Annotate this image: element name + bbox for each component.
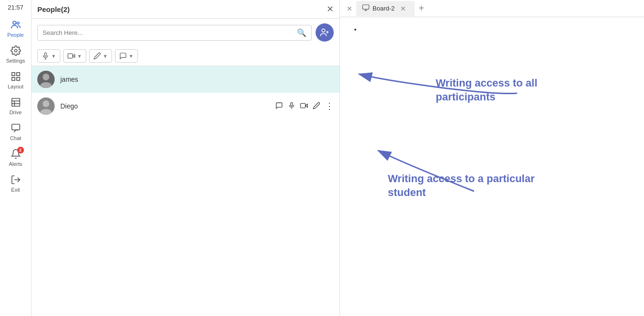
tab-add-button[interactable]: + xyxy=(416,2,427,15)
svg-rect-16 xyxy=(45,53,46,56)
svg-point-1 xyxy=(17,22,19,24)
participant-name-diego: Diego xyxy=(60,102,275,110)
sidebar-item-layout[interactable]: Layout xyxy=(0,67,31,93)
bell-icon xyxy=(11,154,21,160)
video-toolbar-button[interactable]: ▼ xyxy=(63,49,86,63)
search-input[interactable] xyxy=(43,29,294,36)
chat-action-icon[interactable] xyxy=(275,102,283,111)
sidebar-item-label: Settings xyxy=(6,58,25,64)
video-chevron-icon: ▼ xyxy=(77,54,82,59)
annotation-text-2: Writing access to a particular student xyxy=(388,172,534,199)
participant-row-diego[interactable]: Diego xyxy=(32,93,339,120)
sidebar: 21:57 People Settings xyxy=(0,0,32,316)
svg-rect-7 xyxy=(11,98,20,107)
panel-close-button[interactable]: ✕ xyxy=(327,4,334,14)
search-icon: 🔍 xyxy=(297,28,306,37)
svg-rect-5 xyxy=(11,77,14,80)
layout-icon xyxy=(11,71,21,83)
tab-bar: ✕ Board-2 ✕ + xyxy=(340,0,644,17)
search-row: 🔍 xyxy=(32,19,339,46)
participant-row-james[interactable]: james xyxy=(32,66,339,93)
people-panel: People(2) ✕ 🔍 ▼ xyxy=(32,0,340,316)
sidebar-item-label: Alerts xyxy=(9,161,22,167)
sidebar-item-label: People xyxy=(7,32,23,38)
svg-point-2 xyxy=(14,49,17,52)
tab-label-board2: Board-2 xyxy=(373,5,395,12)
tab-close-button[interactable]: ✕ xyxy=(344,4,355,13)
pen-toolbar-button[interactable]: ▼ xyxy=(89,49,112,63)
tab-board2-close[interactable]: ✕ xyxy=(397,4,409,13)
sidebar-item-label: Drive xyxy=(10,109,22,115)
people-icon xyxy=(11,20,21,31)
sidebar-time: 21:57 xyxy=(8,4,23,11)
video-action-icon[interactable] xyxy=(300,102,308,111)
pen-chevron-icon: ▼ xyxy=(103,54,108,59)
sidebar-item-chat[interactable]: Chat xyxy=(0,119,31,145)
sidebar-item-label: Chat xyxy=(10,135,21,141)
panel-title: People(2) xyxy=(37,5,70,13)
add-user-button[interactable] xyxy=(316,23,334,42)
monitor-icon xyxy=(362,4,370,13)
alerts-badge-container: 2 xyxy=(11,149,21,160)
svg-point-13 xyxy=(322,29,325,33)
svg-rect-3 xyxy=(11,73,14,76)
svg-rect-11 xyxy=(11,124,20,130)
sidebar-item-label: Exit xyxy=(11,187,20,193)
decorative-dot xyxy=(354,29,356,31)
chat-chevron-icon: ▼ xyxy=(129,54,134,59)
avatar-james xyxy=(37,71,55,88)
sidebar-item-exit[interactable]: Exit xyxy=(0,171,31,196)
mic-toolbar-button[interactable]: ▼ xyxy=(37,49,60,63)
alerts-badge: 2 xyxy=(17,147,24,153)
annotation-text-1: Writing access to all participants xyxy=(436,76,537,104)
mic-action-icon[interactable] xyxy=(288,102,295,111)
sidebar-item-drive[interactable]: Drive xyxy=(0,93,31,119)
settings-icon xyxy=(11,45,21,57)
toolbar: ▼ ▼ ▼ ▼ xyxy=(32,46,339,66)
sidebar-item-settings[interactable]: Settings xyxy=(0,42,31,67)
participant-actions-diego: ⋮ xyxy=(275,101,334,111)
exit-icon xyxy=(11,174,21,186)
svg-point-22 xyxy=(43,74,49,80)
participants-list: james Diego xyxy=(32,66,339,316)
chat-toolbar-button[interactable]: ▼ xyxy=(115,49,138,63)
svg-rect-20 xyxy=(68,54,73,58)
search-box: 🔍 xyxy=(37,25,312,41)
svg-point-25 xyxy=(43,100,49,107)
avatar-diego xyxy=(37,98,55,115)
mic-chevron-icon: ▼ xyxy=(51,54,56,59)
participant-name-james: james xyxy=(60,76,334,83)
svg-rect-6 xyxy=(16,77,19,80)
svg-marker-19 xyxy=(73,54,75,58)
svg-point-0 xyxy=(13,21,16,24)
svg-marker-29 xyxy=(305,104,308,107)
tab-board2[interactable]: Board-2 ✕ xyxy=(356,1,415,16)
main-area: ✕ Board-2 ✕ + xyxy=(340,0,644,316)
svg-rect-27 xyxy=(291,102,293,106)
more-options-icon[interactable]: ⋮ xyxy=(325,101,334,111)
svg-rect-30 xyxy=(301,103,305,108)
svg-rect-4 xyxy=(16,73,19,76)
svg-rect-31 xyxy=(362,5,369,9)
chat-icon xyxy=(11,123,21,134)
annotation-arrows xyxy=(340,0,644,316)
panel-header: People(2) ✕ xyxy=(32,0,339,19)
pen-action-icon[interactable] xyxy=(313,102,320,111)
drive-icon xyxy=(11,97,21,109)
sidebar-item-people[interactable]: People xyxy=(0,16,31,42)
sidebar-item-label: Layout xyxy=(8,84,23,89)
sidebar-item-alerts[interactable]: 2 Alerts xyxy=(0,145,31,171)
